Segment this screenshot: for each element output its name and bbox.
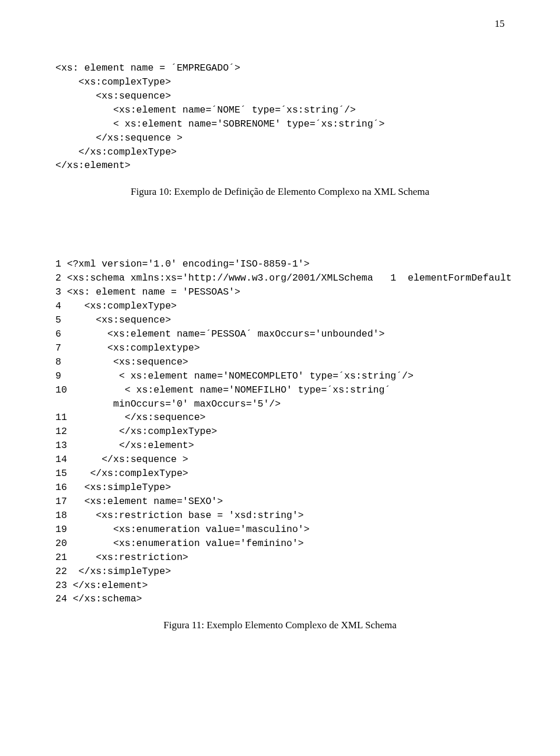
- figure-11-caption: Figura 11: Exemplo Elemento Complexo de …: [55, 619, 505, 632]
- figure-10-caption: Figura 10: Exemplo de Definição de Eleme…: [55, 186, 505, 199]
- code-block-2: 1 <?xml version='1.0' encoding='ISO-8859…: [55, 257, 505, 606]
- page-number: 15: [495, 18, 505, 31]
- code-block-1: <xs: element name = ´EMPREGADO´> <xs:com…: [55, 61, 505, 173]
- page: 15 <xs: element name = ´EMPREGADO´> <xs:…: [0, 0, 560, 756]
